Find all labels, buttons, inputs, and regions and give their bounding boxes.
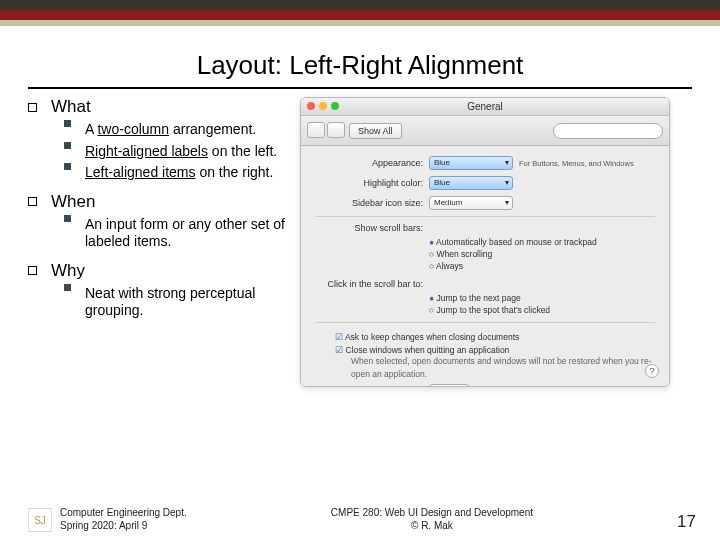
select-sidebar: Medium [429, 196, 513, 210]
bullet-hollow-icon [28, 266, 37, 275]
section-why: Why Neat with strong perceptual grouping… [28, 261, 288, 320]
label-click-scroll: Click in the scroll bar to: [315, 279, 423, 289]
bullet-hollow-icon [28, 103, 37, 112]
mac-prefs-screenshot: General Show All Appearance:BlueFor Butt… [300, 97, 670, 387]
list-item: Left-aligned items on the right. [64, 164, 288, 182]
label-sidebar: Sidebar icon size: [315, 198, 423, 208]
radio-group-scrollbars: Automatically based on mouse or trackpad… [315, 237, 655, 273]
checkbox-group: Ask to keep changes when closing documen… [315, 331, 655, 380]
heading-why: Why [51, 261, 85, 281]
radio-group-click-scroll: Jump to the next page Jump to the spot t… [315, 293, 655, 317]
section-what: What A two-column arrangement. Right-ali… [28, 97, 288, 182]
slide-title: Layout: Left-Right Alignment [0, 42, 720, 87]
text-column: What A two-column arrangement. Right-ali… [28, 97, 288, 387]
label-highlight: Highlight color: [315, 178, 423, 188]
bullet-solid-icon [64, 284, 71, 291]
list-item: An input form or any other set of labele… [64, 216, 288, 251]
heading-what: What [51, 97, 91, 117]
window-titlebar: General [301, 98, 669, 116]
nav-back-forward-icon [307, 122, 347, 140]
label-appearance: Appearance: [315, 158, 423, 168]
slide-footer: SJ Computer Engineering Dept. Spring 202… [0, 506, 720, 532]
footer-date: Spring 2020: April 9 [60, 519, 187, 532]
list-item: Neat with strong perceptual grouping. [64, 285, 288, 320]
bullet-solid-icon [64, 142, 71, 149]
window-title: General [467, 101, 503, 112]
label-scrollbars: Show scroll bars: [315, 223, 423, 233]
section-when: When An input form or any other set of l… [28, 192, 288, 251]
bullet-hollow-icon [28, 197, 37, 206]
list-item: A two-column arrangement. [64, 121, 288, 139]
page-number: 17 [677, 512, 696, 532]
slide-top-border [0, 0, 720, 26]
list-item: Right-aligned labels on the left. [64, 143, 288, 161]
footer-dept: Computer Engineering Dept. [60, 506, 187, 519]
footer-author: © R. Mak [187, 519, 677, 532]
traffic-light-icons [307, 102, 339, 110]
select-appearance: Blue [429, 156, 513, 170]
help-icon: ? [645, 364, 659, 378]
footer-course: CMPE 280: Web UI Design and Development [187, 506, 677, 519]
search-field [553, 123, 663, 139]
bullet-solid-icon [64, 215, 71, 222]
show-all-button: Show All [349, 123, 402, 139]
bullet-solid-icon [64, 163, 71, 170]
select-highlight: Blue [429, 176, 513, 190]
heading-when: When [51, 192, 95, 212]
bullet-solid-icon [64, 120, 71, 127]
sjsu-logo-icon: SJ [28, 508, 52, 532]
select-recent: 10 [429, 384, 469, 386]
window-toolbar: Show All [301, 116, 669, 146]
